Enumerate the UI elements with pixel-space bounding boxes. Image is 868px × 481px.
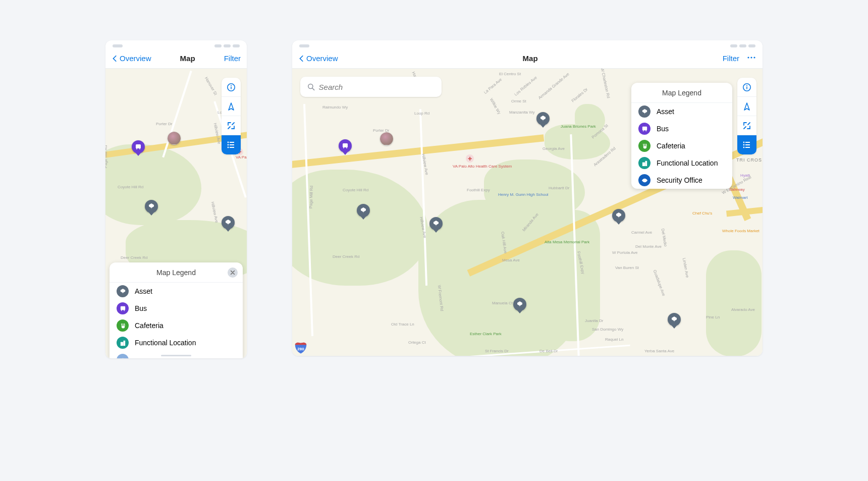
road-label: Ortega Ct xyxy=(408,340,426,345)
filter-button[interactable]: Filter xyxy=(224,54,241,63)
legend-toggle-button[interactable] xyxy=(222,135,241,154)
page-title: Map xyxy=(180,54,195,63)
road-label: Raimundo Wy xyxy=(322,105,348,110)
map-marker-avatar[interactable] xyxy=(380,132,393,145)
road-label: Armanda Grande Ave xyxy=(537,72,570,100)
locate-button[interactable] xyxy=(222,97,241,116)
cafeteria-icon xyxy=(638,140,650,152)
map-marker-asset[interactable] xyxy=(145,200,158,213)
more-menu-button[interactable] xyxy=(746,52,756,64)
legend-toggle-button[interactable] xyxy=(737,135,756,154)
road-label: Hillview Ave xyxy=(210,201,219,223)
search-icon xyxy=(307,83,315,91)
road-label: Loop Rd xyxy=(414,111,429,116)
legend-close-button[interactable] xyxy=(228,268,238,278)
poi-label: Chef Chu's xyxy=(692,211,712,216)
road-label: San Domingo Wy xyxy=(592,327,623,332)
legend-item-bus: Bus xyxy=(631,120,732,137)
poi-label: Walmart xyxy=(733,196,747,200)
map-marker-asset[interactable] xyxy=(513,298,526,311)
asset-icon xyxy=(638,105,650,118)
map-legend-panel: Map Legend Asset Bus Cafeteria Functiona… xyxy=(110,262,243,358)
legend-item-cafeteria: Cafeteria xyxy=(110,317,243,334)
nav-bar: Overview Map Filter xyxy=(105,48,247,69)
compass-icon xyxy=(742,102,751,111)
scroll-indicator xyxy=(161,355,191,356)
poi-label: Hyatt xyxy=(740,174,750,178)
tablet-device: Overview Map Filter Coyote Hill Rd Deer … xyxy=(292,40,763,356)
status-time xyxy=(299,44,309,47)
road-label: Wilkie Wy xyxy=(489,97,502,115)
road-label: Pine Ln xyxy=(706,315,720,319)
road-label: Page Mill Rd xyxy=(105,145,108,168)
map[interactable]: Coyote Hill Rd Deer Creek Rd Porter Dr H… xyxy=(105,69,247,358)
map-marker-bus[interactable] xyxy=(339,139,352,152)
info-button[interactable] xyxy=(222,78,241,97)
road-label: Linden Ave xyxy=(682,257,690,278)
security-icon xyxy=(638,174,650,186)
road-label: Los Robles Ave xyxy=(514,75,538,97)
road-label: Deer Creek Rd xyxy=(121,255,147,260)
expand-icon xyxy=(227,121,236,130)
map-marker-asset[interactable] xyxy=(429,217,443,230)
bus-icon xyxy=(638,123,650,135)
road-label: W Portola Ave xyxy=(612,250,638,255)
functional-icon xyxy=(638,157,650,169)
locate-button[interactable] xyxy=(737,97,756,116)
list-icon xyxy=(742,140,751,149)
legend-item-asset: Asset xyxy=(110,283,243,300)
back-button[interactable]: Overview xyxy=(298,54,338,63)
search-box[interactable] xyxy=(300,77,442,97)
poi-label: VA Pal xyxy=(236,155,247,160)
poi-label: Juana Briones Park xyxy=(561,125,596,129)
map-marker-asset[interactable] xyxy=(536,112,550,125)
info-icon xyxy=(742,83,751,92)
road-label: Florales Dr xyxy=(571,87,589,103)
map-toolbar xyxy=(222,78,241,154)
expand-button[interactable] xyxy=(737,116,756,135)
cafeteria-icon xyxy=(117,319,129,332)
expand-button[interactable] xyxy=(222,116,241,135)
back-button[interactable]: Overview xyxy=(112,54,151,63)
map-marker-asset[interactable] xyxy=(222,216,235,229)
road-label: Porter Dr xyxy=(156,122,172,126)
nav-bar: Overview Map Filter xyxy=(292,48,763,69)
search-input[interactable] xyxy=(319,83,435,91)
highway-shield-icon: 280 xyxy=(294,342,307,353)
map-marker-asset[interactable] xyxy=(612,209,625,222)
poi-label: VA Palo Alto Health Care System xyxy=(453,165,488,169)
chevron-left-icon xyxy=(298,55,305,62)
road-label: St Francis Dr xyxy=(485,349,509,353)
legend-label: Bus xyxy=(135,304,147,312)
hospital-icon: ✚ xyxy=(466,154,474,163)
map[interactable]: Coyote Hill Rd Deer Creek Rd Porter Dr H… xyxy=(292,69,763,356)
map-legend-panel: Map Legend Asset Bus Cafeteria Functiona… xyxy=(631,83,732,189)
legend-item-bus: Bus xyxy=(110,300,243,317)
map-marker-asset[interactable] xyxy=(668,313,681,326)
map-marker-asset[interactable] xyxy=(357,204,370,217)
road-label: Van Buren St xyxy=(615,265,639,270)
status-bar xyxy=(105,40,247,48)
filter-button[interactable]: Filter xyxy=(723,54,739,63)
status-time xyxy=(113,44,123,47)
road-label: Carmel Ave xyxy=(631,230,652,235)
legend-item-cafeteria: Cafeteria xyxy=(631,137,732,154)
road-label: El Centro St xyxy=(499,72,521,76)
legend-item-security: Security Office xyxy=(631,172,732,189)
legend-item-functional: Functional Location xyxy=(631,154,732,172)
map-marker-bus[interactable] xyxy=(132,140,145,153)
back-label: Overview xyxy=(120,54,151,63)
list-icon xyxy=(227,140,236,149)
road-label: Juanita Dr xyxy=(585,318,603,323)
legend-title: Map Legend xyxy=(631,83,732,103)
road-label: Georgia Ave xyxy=(542,146,565,151)
legend-label: Functional Location xyxy=(135,339,196,347)
road-label: Hubbartt Dr xyxy=(549,186,569,190)
map-marker-avatar[interactable] xyxy=(168,132,181,145)
road-label: TRI CROS xyxy=(736,157,762,163)
road-label: Page Mill Rd xyxy=(308,186,314,209)
info-button[interactable] xyxy=(737,78,756,97)
phone-device: Overview Map Filter Coyote Hill Rd Deer … xyxy=(105,40,247,358)
page-title: Map xyxy=(523,54,538,63)
road-label: Mesa Ave xyxy=(502,258,520,262)
